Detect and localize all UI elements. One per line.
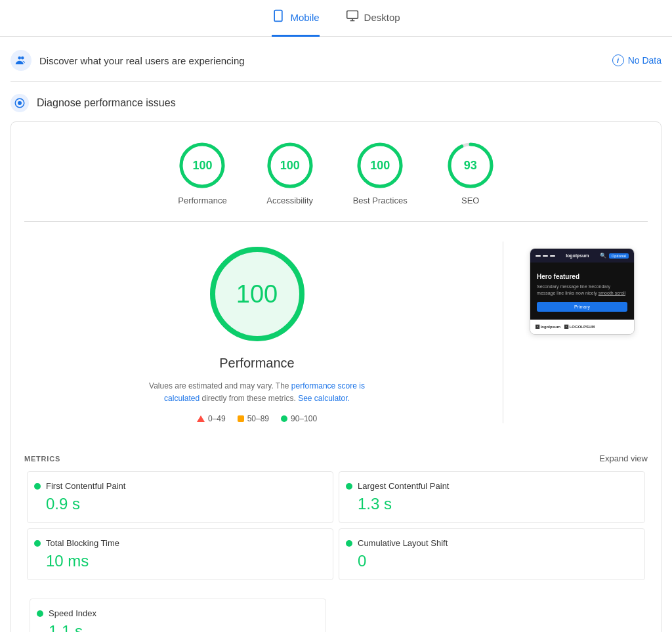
metric-si: Speed Index 1.1 s — [30, 599, 326, 632]
discover-title: Discover what your real users are experi… — [39, 55, 245, 66]
diagnose-title: Diagnose performance issues — [37, 97, 176, 109]
accessibility-score: 100 — [280, 159, 300, 173]
footer-logo1: 🅱 logolpsum — [536, 325, 560, 329]
svg-point-5 — [18, 56, 22, 60]
accessibility-label: Accessibility — [266, 196, 313, 205]
mobile-icon — [272, 9, 285, 26]
metric-tbt-name-row: Total Blocking Time — [34, 538, 326, 548]
legend-low: 0–49 — [197, 414, 226, 423]
legend-row: 0–49 50–89 90–100 — [197, 414, 317, 423]
nav-dot — [543, 255, 548, 257]
phone-frame: logolpsum 🔍 Optional Hero featured Secon… — [530, 248, 635, 335]
score-performance[interactable]: 100 Performance — [178, 142, 226, 205]
perf-detail-left: 100 Performance Values are estimated and… — [24, 242, 490, 423]
best-practices-label: Best Practices — [353, 196, 408, 205]
perf-big-circle: 100 — [205, 242, 310, 347]
legend-high-label: 90–100 — [291, 414, 317, 423]
svg-rect-2 — [346, 11, 358, 19]
perf-big-score: 100 — [236, 280, 278, 308]
scores-row: 100 Performance 100 Accessibility — [11, 122, 661, 221]
phone-logo: logolpsum — [566, 253, 589, 258]
users-icon — [10, 50, 32, 71]
phone-footer: 🅱 logolpsum 🅱 LOGOLPSUM — [530, 320, 634, 334]
performance-detail: 100 Performance Values are estimated and… — [11, 222, 661, 443]
perf-detail-title: Performance — [219, 356, 295, 371]
metric-fcp-value: 0.9 s — [34, 495, 326, 513]
metric-fcp-name-row: First Contentful Paint — [34, 481, 326, 491]
seo-label: SEO — [461, 196, 479, 205]
metric-si-value: 1.1 s — [37, 622, 319, 632]
nav-dots — [536, 255, 555, 257]
legend-mid-label: 50–89 — [247, 414, 269, 423]
metric-cls-name-row: Cumulative Layout Shift — [346, 538, 638, 548]
legend-high: 90–100 — [281, 414, 317, 423]
legend-low-label: 0–49 — [208, 414, 226, 423]
seo-score: 93 — [464, 159, 477, 173]
nav-dot — [536, 255, 541, 257]
expand-view-button[interactable]: Expand view — [599, 453, 648, 463]
metric-fcp-dot — [34, 483, 41, 490]
svg-point-6 — [21, 56, 24, 60]
perf-description: Values are estimated and may vary. The p… — [139, 380, 375, 405]
metric-lcp-value: 1.3 s — [346, 495, 638, 513]
perf-desc-text1: Values are estimated and may vary. The — [149, 381, 291, 390]
metric-tbt-name: Total Blocking Time — [46, 538, 119, 548]
performance-label: Performance — [178, 196, 226, 205]
performance-circle: 100 — [178, 142, 226, 189]
no-data-label: No Data — [628, 55, 662, 66]
metric-cls-dot — [346, 540, 352, 547]
metric-fcp-name: First Contentful Paint — [46, 481, 125, 491]
score-seo[interactable]: 93 SEO — [447, 142, 494, 205]
diagnose-icon — [10, 94, 29, 112]
desktop-icon — [346, 9, 359, 26]
metric-lcp-name-row: Largest Contentful Paint — [346, 481, 638, 491]
metric-lcp-name: Largest Contentful Paint — [358, 481, 449, 491]
square-icon — [238, 415, 244, 422]
tab-mobile[interactable]: Mobile — [272, 9, 319, 37]
metrics-header: METRICS Expand view — [11, 443, 661, 469]
seo-circle: 93 — [447, 142, 494, 189]
scores-card: 100 Performance 100 Accessibility — [10, 121, 662, 632]
accessibility-circle: 100 — [266, 142, 314, 189]
phone-hero-sub: Secondary message line Secondary message… — [537, 284, 627, 297]
metrics-grid: First Contentful Paint 0.9 s Largest Con… — [11, 469, 661, 596]
svg-point-8 — [18, 101, 22, 105]
performance-score: 100 — [192, 159, 212, 173]
best-practices-circle: 100 — [356, 142, 404, 189]
nav-dot — [550, 255, 555, 257]
calc-link[interactable]: See calculator. — [298, 394, 350, 403]
vertical-divider — [503, 242, 503, 423]
metric-lcp: Largest Contentful Paint 1.3 s — [339, 471, 645, 523]
metric-fcp: First Contentful Paint 0.9 s — [27, 471, 333, 523]
metric-si-wrapper: Speed Index 1.1 s — [11, 599, 661, 632]
metric-tbt: Total Blocking Time 10 ms — [27, 528, 333, 580]
tab-desktop-label: Desktop — [364, 12, 400, 23]
metric-si-name: Speed Index — [49, 608, 96, 618]
phone-hero-btn: Primary — [537, 302, 627, 312]
dot-icon — [281, 415, 287, 422]
score-best-practices[interactable]: 100 Best Practices — [353, 142, 408, 205]
tab-desktop[interactable]: Desktop — [346, 9, 400, 37]
phone-hero-title: Hero featured — [537, 273, 627, 280]
metric-cls: Cumulative Layout Shift 0 — [339, 528, 645, 580]
footer-logo2: 🅱 LOGOLPSUM — [564, 325, 595, 329]
tab-mobile-label: Mobile — [290, 12, 319, 23]
perf-desc-text2: directly from these metrics. — [201, 394, 298, 403]
discover-section: Discover what your real users are experi… — [10, 37, 662, 82]
diagnose-section: Diagnose performance issues — [10, 82, 662, 121]
phone-preview: logolpsum 🔍 Optional Hero featured Secon… — [516, 242, 648, 423]
phone-search-icon: 🔍 — [600, 253, 606, 259]
optional-btn: Optional — [609, 253, 629, 259]
metric-cls-name: Cumulative Layout Shift — [358, 538, 448, 548]
info-icon: i — [612, 54, 624, 66]
score-accessibility[interactable]: 100 Accessibility — [266, 142, 314, 205]
no-data-button[interactable]: i No Data — [612, 54, 662, 66]
legend-mid: 50–89 — [238, 414, 269, 423]
phone-hero: Hero featured Secondary message line Sec… — [530, 263, 634, 320]
metrics-label: METRICS — [24, 455, 60, 463]
metric-tbt-dot — [34, 540, 41, 547]
metric-tbt-value: 10 ms — [34, 552, 326, 570]
triangle-icon — [197, 415, 205, 422]
tab-bar: Mobile Desktop — [0, 0, 672, 37]
metric-cls-value: 0 — [346, 552, 638, 570]
